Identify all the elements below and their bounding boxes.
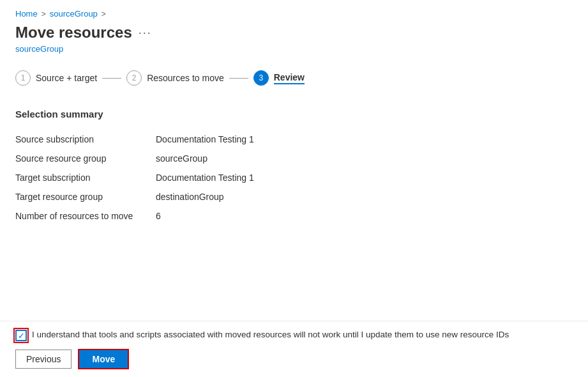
step-1-label: Source + target <box>36 73 97 83</box>
summary-value: 6 <box>156 206 573 226</box>
summary-label: Source resource group <box>15 149 156 168</box>
wizard-steps: 1 Source + target 2 Resources to move 3 … <box>0 64 588 98</box>
step-divider-2 <box>229 78 248 79</box>
step-1-circle: 1 <box>15 70 31 86</box>
acknowledgment-checkbox[interactable]: ✓ <box>15 330 27 341</box>
step-2-circle: 2 <box>126 70 142 86</box>
section-title: Selection summary <box>15 109 573 119</box>
breadcrumb-sep-2: > <box>102 10 106 19</box>
step-2[interactable]: 2 Resources to move <box>126 70 224 86</box>
summary-value: Documentation Testing 1 <box>156 130 573 149</box>
summary-value: sourceGroup <box>156 149 573 168</box>
summary-label: Target resource group <box>15 187 156 206</box>
step-3-label: Review <box>274 72 305 84</box>
acknowledgment-row: ✓ I understand that tools and scripts as… <box>15 329 573 341</box>
more-options-icon[interactable]: ··· <box>139 26 152 40</box>
button-row: Previous Move <box>15 349 573 369</box>
step-2-label: Resources to move <box>147 73 224 83</box>
summary-table: Source subscriptionDocumentation Testing… <box>15 130 573 226</box>
summary-label: Target subscription <box>15 168 156 187</box>
main-content: Selection summary Source subscriptionDoc… <box>0 98 588 236</box>
breadcrumb-group[interactable]: sourceGroup <box>50 9 98 19</box>
page-subtitle: sourceGroup <box>0 43 588 64</box>
previous-button[interactable]: Previous <box>15 350 72 369</box>
page-title: Move resources <box>15 24 132 42</box>
move-button[interactable]: Move <box>78 349 129 369</box>
step-3-circle: 3 <box>253 70 269 86</box>
footer: ✓ I understand that tools and scripts as… <box>0 321 588 377</box>
step-divider-1 <box>102 78 121 79</box>
step-1[interactable]: 1 Source + target <box>15 70 97 86</box>
breadcrumb: Home > sourceGroup > <box>0 0 588 21</box>
step-3[interactable]: 3 Review <box>253 70 305 86</box>
summary-label: Source subscription <box>15 130 156 149</box>
summary-value: destinationGroup <box>156 187 573 206</box>
checkbox-check-icon: ✓ <box>18 332 25 340</box>
breadcrumb-sep-1: > <box>41 10 46 19</box>
summary-label: Number of resources to move <box>15 206 156 226</box>
breadcrumb-home[interactable]: Home <box>15 9 38 19</box>
page-header: Move resources ··· <box>0 21 588 43</box>
summary-value: Documentation Testing 1 <box>156 168 573 187</box>
acknowledgment-text: I understand that tools and scripts asso… <box>32 329 509 341</box>
